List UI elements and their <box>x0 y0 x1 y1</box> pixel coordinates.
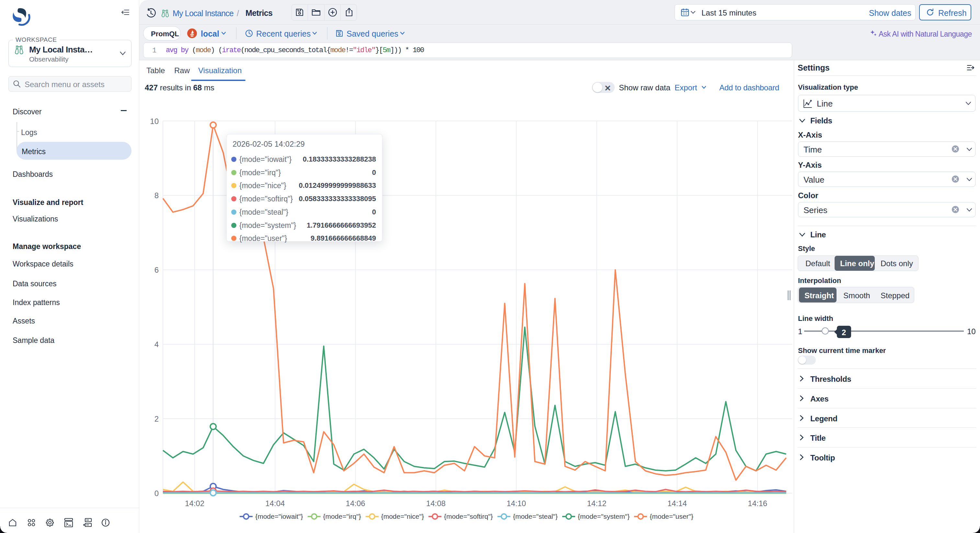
svg-text:14:06: 14:06 <box>346 499 365 508</box>
svg-text:14:16: 14:16 <box>748 499 767 508</box>
svg-text:0: 0 <box>154 489 159 498</box>
svg-text:14:02: 14:02 <box>185 499 204 508</box>
svg-text:8: 8 <box>154 191 159 200</box>
svg-text:6: 6 <box>154 266 159 274</box>
svg-text:14:10: 14:10 <box>506 499 526 508</box>
svg-text:14:08: 14:08 <box>426 499 445 508</box>
svg-text:10: 10 <box>150 117 159 126</box>
svg-text:14:12: 14:12 <box>587 499 606 508</box>
svg-text:14:04: 14:04 <box>265 499 285 508</box>
svg-text:14:14: 14:14 <box>668 499 687 508</box>
svg-text:4: 4 <box>154 340 159 349</box>
svg-text:2: 2 <box>154 414 159 423</box>
